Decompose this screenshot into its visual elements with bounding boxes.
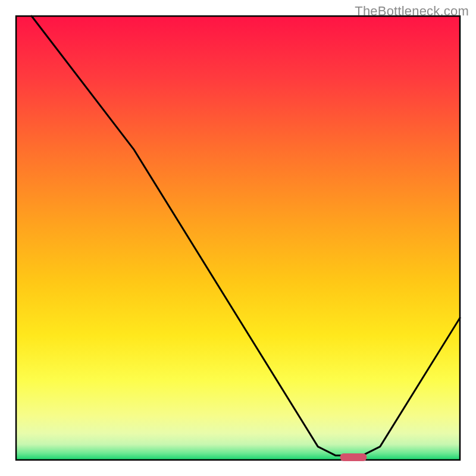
chart-container: TheBottleneck.com <box>0 0 476 476</box>
watermark-text: TheBottleneck.com <box>355 4 469 19</box>
optimal-range-marker <box>340 453 367 461</box>
bottleneck-chart <box>0 0 476 476</box>
